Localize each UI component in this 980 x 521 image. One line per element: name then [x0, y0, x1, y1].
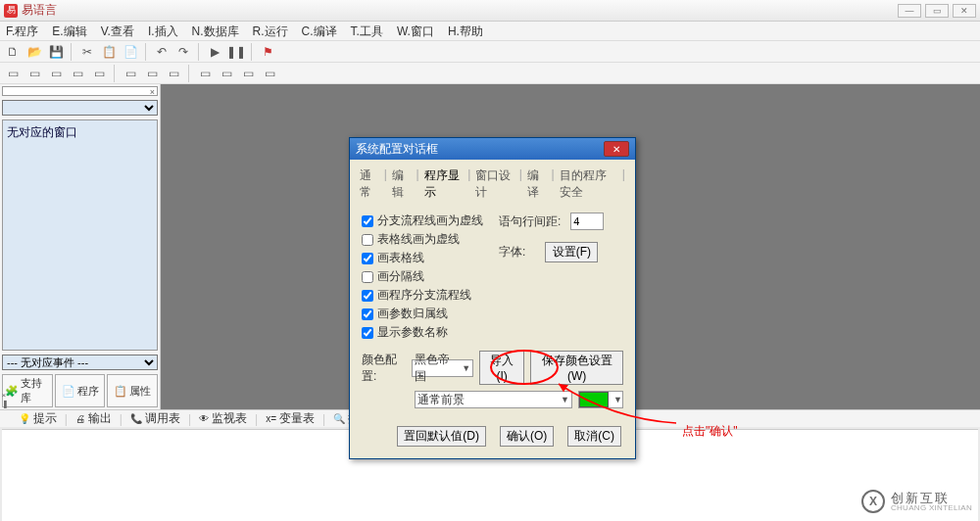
close-button[interactable]: ✕	[953, 4, 976, 18]
toolbar-1: 🗋 📂 💾 ✂ 📋 📄 ↶ ↷ ▶ ❚❚ ⚑	[0, 41, 980, 63]
tb-box11-icon[interactable]: ▭	[239, 65, 257, 82]
tb-box8-icon[interactable]: ▭	[165, 65, 182, 82]
annotation-text: 点击"确认"	[682, 423, 738, 440]
tab-hints[interactable]: 💡提示	[19, 410, 57, 427]
dialog-close-button[interactable]: ✕	[604, 141, 629, 157]
menu-database[interactable]: N.数据库	[192, 24, 239, 38]
minimize-button[interactable]: —	[898, 4, 921, 18]
eye-icon: 👁	[199, 413, 209, 424]
cancel-button[interactable]: 取消(C)	[567, 426, 621, 447]
sidebar-tab-properties[interactable]: 📋属性	[107, 374, 158, 407]
tb-box7-icon[interactable]: ▭	[143, 65, 161, 82]
menu-run[interactable]: R.运行	[253, 24, 288, 38]
watermark-logo: X	[861, 490, 885, 513]
dlg-tab-display[interactable]: 程序显示	[422, 166, 465, 203]
ok-button[interactable]: 确认(O)	[500, 426, 554, 447]
watermark: X 创新互联 CHUANG XINTELIAN	[861, 490, 972, 513]
tb-box12-icon[interactable]: ▭	[261, 65, 278, 82]
print-icon: 🖨	[75, 413, 85, 424]
save-color-button[interactable]: 保存颜色设置(W)	[530, 351, 623, 385]
tb-box6-icon[interactable]: ▭	[122, 65, 139, 82]
chk-table-dashed[interactable]: 表格线画为虚线	[362, 231, 499, 248]
line-spacing-input[interactable]	[570, 213, 604, 230]
tb-new-icon[interactable]: 🗋	[4, 43, 22, 61]
chk-branch-dashed[interactable]: 分支流程线画为虚线	[362, 213, 499, 229]
window-title: 易语言	[22, 2, 57, 19]
app-icon: 易	[4, 4, 18, 18]
maximize-button[interactable]: ▭	[925, 4, 949, 18]
tab-variables[interactable]: x=变量表	[266, 410, 315, 427]
tb-box2-icon[interactable]: ▭	[25, 65, 43, 82]
tb-box3-icon[interactable]: ▭	[47, 65, 65, 82]
color-scheme-select[interactable]: 黑色帝国▼	[412, 359, 473, 377]
dlg-tab-compile[interactable]: 编译	[525, 166, 549, 203]
bulb-icon: 💡	[19, 413, 30, 424]
output-close-icon[interactable]: ×❚	[0, 391, 10, 408]
tb-box9-icon[interactable]: ▭	[196, 65, 214, 82]
watermark-url: CHUANG XINTELIAN	[891, 504, 972, 512]
sidebar-combo[interactable]	[2, 100, 158, 116]
chk-draw-separator[interactable]: 画分隔线	[362, 268, 499, 285]
dlg-tab-window[interactable]: 窗口设计	[473, 166, 515, 203]
sidebar-tab-program[interactable]: 📄程序	[55, 374, 106, 407]
tb-paste-icon[interactable]: 📄	[122, 43, 139, 61]
tb-redo-icon[interactable]: ↷	[174, 43, 192, 61]
tb-save-icon[interactable]: 💾	[47, 43, 65, 61]
call-icon: 📞	[130, 413, 142, 424]
tab-output[interactable]: 🖨输出	[75, 410, 112, 427]
tb-run-icon[interactable]: ▶	[206, 43, 223, 61]
tb-copy-icon[interactable]: 📋	[100, 43, 118, 61]
color-item-select[interactable]: 通常前景▼	[415, 391, 572, 408]
tb-box1-icon[interactable]: ▭	[4, 65, 22, 82]
chevron-down-icon: ▼	[462, 363, 470, 373]
tb-open-icon[interactable]: 📂	[25, 43, 43, 61]
chevron-down-icon: ▼	[561, 395, 569, 404]
color-scheme-label: 颜色配置:	[362, 352, 406, 385]
chk-show-param-name[interactable]: 显示参数名称	[362, 324, 499, 341]
color-picker[interactable]: ▼	[578, 391, 623, 408]
menu-edit[interactable]: E.编辑	[52, 24, 86, 38]
line-spacing-label: 语句行间距:	[499, 213, 561, 230]
sidebar-close-icon[interactable]: ×	[150, 87, 155, 95]
chk-draw-table[interactable]: 画表格线	[362, 250, 499, 266]
toolbar-2: ▭ ▭ ▭ ▭ ▭ ▭ ▭ ▭ ▭ ▭ ▭ ▭	[0, 63, 980, 84]
sidebar-panel-header: ×	[2, 86, 158, 96]
tb-box5-icon[interactable]: ▭	[90, 65, 108, 82]
import-button[interactable]: 导入(I)	[479, 351, 524, 385]
chk-draw-param-line[interactable]: 画参数归属线	[362, 306, 499, 322]
tb-undo-icon[interactable]: ↶	[153, 43, 171, 61]
tb-box10-icon[interactable]: ▭	[218, 65, 235, 82]
tab-watch[interactable]: 👁监视表	[199, 410, 247, 427]
chevron-down-icon: ▼	[613, 395, 622, 404]
menu-compile[interactable]: C.编译	[302, 24, 337, 38]
menu-help[interactable]: H.帮助	[448, 24, 483, 38]
dlg-tab-edit[interactable]: 编辑	[390, 166, 414, 203]
events-combo[interactable]: --- 无对应事件 ---	[2, 355, 158, 370]
menu-window[interactable]: W.窗口	[397, 24, 434, 38]
sidebar-tree[interactable]: 无对应的窗口	[2, 119, 158, 351]
tb-pause-icon[interactable]: ❚❚	[227, 43, 245, 61]
dlg-tab-general[interactable]: 通常	[358, 166, 381, 203]
tb-flag-icon[interactable]: ⚑	[259, 43, 276, 61]
tb-cut-icon[interactable]: ✂	[78, 43, 96, 61]
page-icon: 📄	[62, 385, 75, 398]
dlg-tab-security[interactable]: 目的程序安全	[558, 166, 619, 203]
tb-box4-icon[interactable]: ▭	[69, 65, 86, 82]
font-set-button[interactable]: 设置(F)	[545, 242, 598, 262]
menubar: F.程序 E.编辑 V.查看 I.插入 N.数据库 R.运行 C.编译 T.工具…	[0, 22, 980, 41]
menu-view[interactable]: V.查看	[101, 24, 134, 38]
menu-program[interactable]: F.程序	[6, 24, 38, 38]
chk-draw-flow[interactable]: 画程序分支流程线	[362, 287, 499, 304]
settings-dialog: 系统配置对话框 ✕ 通常| 编辑| 程序显示| 窗口设计| 编译| 目的程序安全…	[349, 137, 636, 459]
search-icon: 🔍	[333, 413, 345, 424]
menu-tools[interactable]: T.工具	[351, 24, 383, 38]
tree-item[interactable]: 无对应的窗口	[7, 124, 153, 141]
menu-insert[interactable]: I.插入	[148, 24, 178, 38]
var-icon: x=	[266, 413, 276, 424]
font-label: 字体:	[499, 244, 525, 260]
dialog-title: 系统配置对话框	[356, 141, 438, 158]
reset-defaults-button[interactable]: 置回默认值(D)	[397, 426, 486, 447]
list-icon: 📋	[114, 385, 127, 398]
tab-callstack[interactable]: 📞调用表	[130, 410, 180, 427]
watermark-name: 创新互联	[891, 492, 972, 504]
